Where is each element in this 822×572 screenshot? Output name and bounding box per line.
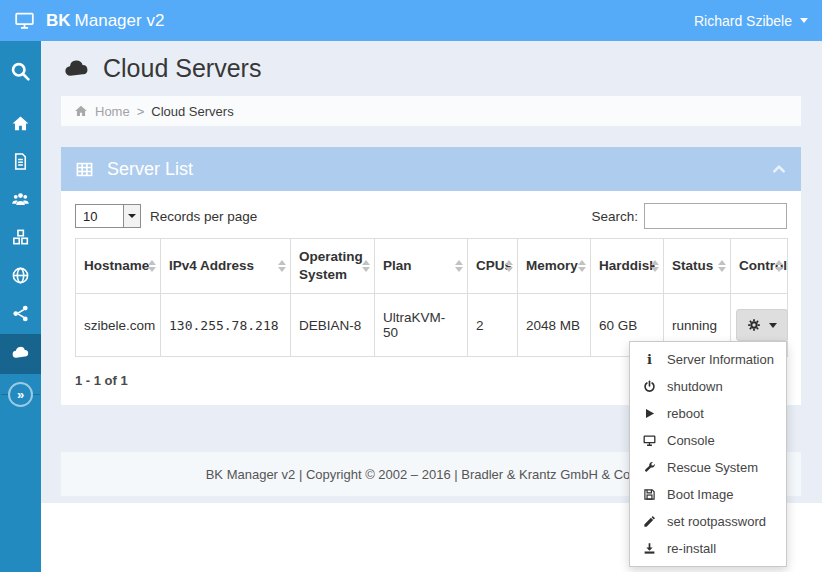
menu-item-re-install[interactable]: re-install [630, 535, 786, 562]
footer-text: BK Manager v2 | Copyright © 2002 – 2016 … [206, 467, 657, 482]
app-brand: BKManager v2 [14, 10, 164, 31]
sort-icon [505, 260, 513, 272]
column-header-hostname[interactable]: Hostname [76, 239, 161, 294]
sidebar-item-search[interactable] [0, 54, 41, 92]
caret-down-icon [800, 18, 808, 23]
home-icon [11, 114, 30, 137]
server-table: Hostname IPv4 Address Operating System P… [75, 238, 788, 357]
server-list-panel-header: Server List [61, 147, 801, 191]
cell-memory: 2048 MB [518, 294, 591, 357]
cubes-icon [11, 228, 30, 251]
brand-text: BKManager v2 [46, 11, 164, 31]
cloud-icon [63, 55, 90, 82]
sort-icon [455, 260, 463, 272]
topbar: BKManager v2 Richard Szibele [0, 0, 822, 41]
gear-icon [747, 318, 761, 332]
brand-rest: Manager v2 [75, 11, 165, 30]
table-header-row: Hostname IPv4 Address Operating System P… [76, 239, 788, 294]
breadcrumb-separator: > [137, 104, 145, 119]
panel-collapse-button[interactable] [771, 161, 787, 177]
share-icon [11, 304, 30, 327]
menu-item-set-rootpassword[interactable]: set rootpassword [630, 508, 786, 535]
sidebar-item-users[interactable] [0, 182, 41, 220]
globe-icon [11, 266, 30, 289]
pencil-icon [642, 515, 657, 528]
cloud-icon [11, 343, 30, 366]
caret-down-icon [128, 214, 136, 218]
menu-item-server-information[interactable]: i Server Information [630, 346, 786, 373]
monitor-icon [642, 434, 657, 447]
document-icon [11, 152, 30, 175]
sort-icon [278, 260, 286, 272]
page-title: Cloud Servers [63, 54, 802, 83]
cell-ipv4: 130.255.78.218 [161, 294, 291, 357]
server-control-button[interactable] [736, 309, 788, 341]
info-icon: i [642, 352, 657, 367]
menu-item-console[interactable]: Console [630, 427, 786, 454]
table-controls-row: 10 Records per page Search: [75, 203, 787, 229]
monitor-icon [14, 10, 35, 31]
users-icon [11, 190, 30, 213]
play-icon [642, 407, 657, 420]
column-header-status[interactable]: Status [664, 239, 731, 294]
cell-plan: UltraKVM-50 [375, 294, 468, 357]
floppy-icon [642, 488, 657, 501]
brand-bold: BK [46, 11, 71, 30]
sidebar-item-globe[interactable] [0, 258, 41, 296]
column-header-os[interactable]: Operating System [291, 239, 375, 294]
panel-title: Server List [107, 159, 193, 180]
column-header-cpus[interactable]: CPUs [468, 239, 518, 294]
app-window: BKManager v2 Richard Szibele [0, 0, 822, 572]
page-title-text: Cloud Servers [103, 54, 261, 83]
search-icon [10, 61, 31, 86]
caret-down-icon [769, 323, 777, 328]
column-header-harddisk[interactable]: Harddisk [591, 239, 664, 294]
records-per-page-select[interactable]: 10 [75, 204, 141, 228]
sort-icon [651, 260, 659, 272]
sort-icon [718, 260, 726, 272]
sidebar-item-share[interactable] [0, 296, 41, 334]
double-chevron-right-icon: » [8, 382, 33, 407]
column-header-plan[interactable]: Plan [375, 239, 468, 294]
menu-item-rescue-system[interactable]: Rescue System [630, 454, 786, 481]
menu-item-shutdown[interactable]: shutdown [630, 373, 786, 400]
sort-icon [362, 260, 370, 272]
sort-icon [578, 260, 586, 272]
cell-hostname: szibele.com [76, 294, 161, 357]
search-input[interactable] [644, 203, 787, 229]
cell-os: DEBIAN-8 [291, 294, 375, 357]
sidebar-collapse-toggle[interactable]: » [0, 374, 41, 414]
table-icon [75, 160, 94, 179]
column-header-ipv4[interactable]: IPv4 Address [161, 239, 291, 294]
user-menu[interactable]: Richard Szibele [694, 13, 808, 29]
breadcrumb: Home > Cloud Servers [61, 96, 801, 126]
chevron-up-icon [771, 161, 787, 177]
download-icon [642, 542, 657, 555]
search-label: Search: [591, 209, 638, 224]
records-per-page-label: Records per page [150, 209, 257, 224]
sort-icon [775, 260, 783, 272]
menu-item-boot-image[interactable]: Boot Image [630, 481, 786, 508]
menu-item-reboot[interactable]: reboot [630, 400, 786, 427]
cell-cpus: 2 [468, 294, 518, 357]
records-per-page-value: 10 [76, 205, 123, 227]
column-header-control[interactable]: Control [731, 239, 788, 294]
sidebar-item-cloud-servers[interactable] [0, 334, 41, 374]
sidebar-item-home[interactable] [0, 106, 41, 144]
breadcrumb-home-link[interactable]: Home [95, 104, 130, 119]
column-header-memory[interactable]: Memory [518, 239, 591, 294]
sidebar-item-cubes[interactable] [0, 220, 41, 258]
sort-icon [148, 260, 156, 272]
sidebar: » [0, 41, 41, 572]
user-name: Richard Szibele [694, 13, 792, 29]
server-control-menu: i Server Information shutdown reboot Con… [629, 341, 787, 567]
select-arrow [123, 205, 140, 227]
breadcrumb-current: Cloud Servers [151, 104, 233, 119]
wrench-icon [642, 461, 657, 474]
sidebar-item-documents[interactable] [0, 144, 41, 182]
home-icon [74, 104, 88, 118]
power-icon [642, 380, 657, 393]
